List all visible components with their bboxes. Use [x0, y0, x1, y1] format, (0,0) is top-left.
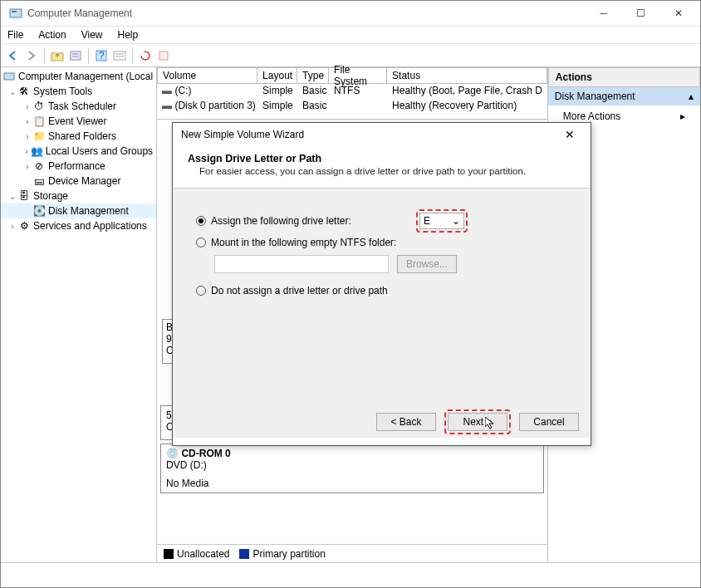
device-icon: 🖴 — [32, 174, 46, 188]
dialog-subheading: For easier access, you can assign a driv… — [188, 166, 576, 176]
menu-file[interactable]: File — [7, 29, 23, 41]
cursor-icon — [485, 417, 498, 430]
tree-storage[interactable]: ⌄🗄Storage — [1, 189, 156, 203]
tree-services-apps[interactable]: ›⚙Services and Applications — [1, 218, 156, 233]
users-icon: 👥 — [31, 145, 43, 158]
cdrom-row[interactable]: 💿 CD-ROM 0 DVD (D:) No Media — [160, 443, 544, 493]
col-type[interactable]: Type — [297, 67, 329, 84]
tree-disk-management[interactable]: 💽Disk Management — [1, 203, 156, 218]
dialog-body: Assign the following drive letter: E ⌄ M… — [173, 189, 591, 404]
back-icon[interactable] — [6, 48, 21, 63]
expand-icon[interactable]: › — [22, 102, 32, 111]
svg-rect-11 — [159, 51, 168, 60]
option-mount-folder[interactable]: Mount in the following empty NTFS folder… — [196, 232, 567, 253]
menubar: File Action View Help — [1, 26, 700, 44]
option-no-letter[interactable]: Do not assign a drive letter or drive pa… — [196, 280, 567, 301]
properties-icon[interactable] — [68, 48, 83, 63]
tree-performance[interactable]: ›⊘Performance — [1, 159, 156, 174]
wizard-dialog: New Simple Volume Wizard ✕ Assign Drive … — [172, 122, 591, 446]
svg-rect-0 — [10, 9, 22, 17]
collapse-icon[interactable]: ⌄ — [7, 87, 17, 96]
back-button[interactable]: < Back — [376, 413, 436, 431]
col-layout[interactable]: Layout — [257, 67, 297, 84]
volume-grid: Volume Layout Type File System Status ▬ … — [157, 67, 547, 120]
tree-root[interactable]: Computer Management (Local — [1, 69, 156, 84]
event-icon: 📋 — [32, 115, 46, 128]
clock-icon: ⏱ — [32, 100, 46, 113]
dialog-footer: < Back Next > Cancel — [173, 404, 591, 438]
collapse-icon[interactable]: ▴ — [689, 91, 694, 102]
actions-header: Actions — [548, 67, 700, 87]
expand-icon[interactable]: ▸ — [680, 110, 685, 122]
svg-rect-1 — [12, 11, 17, 12]
statusbar — [1, 562, 700, 581]
forward-icon[interactable] — [24, 48, 39, 63]
tree-shared-folders[interactable]: ›📁Shared Folders — [1, 129, 156, 144]
collapse-icon[interactable]: ⌄ — [7, 192, 17, 201]
storage-icon: 🗄 — [17, 189, 31, 203]
dialog-header: Assign Drive Letter or Path For easier a… — [173, 146, 591, 189]
col-fs[interactable]: File System — [329, 67, 387, 84]
titlebar: Computer Management ─ ☐ ✕ — [1, 1, 700, 26]
chevron-down-icon: ⌄ — [452, 215, 460, 227]
services-icon: ⚙ — [17, 219, 31, 233]
dialog-title: New Simple Volume Wizard — [181, 129, 557, 140]
svg-rect-12 — [4, 73, 14, 80]
actions-disk-management[interactable]: Disk Management ▴ — [548, 87, 700, 105]
tree-local-users[interactable]: ›👥Local Users and Groups — [1, 144, 156, 159]
svg-rect-3 — [71, 51, 81, 60]
legend-primary-swatch — [239, 549, 249, 559]
grid-header: Volume Layout Type File System Status — [157, 67, 547, 84]
settings-icon[interactable] — [156, 48, 171, 63]
dialog-close-button[interactable]: ✕ — [557, 128, 582, 141]
legend-unallocated-swatch — [164, 549, 174, 559]
menu-help[interactable]: Help — [118, 29, 139, 41]
nav-tree[interactable]: Computer Management (Local ⌄🛠System Tool… — [1, 67, 157, 562]
tools-icon: 🛠 — [17, 85, 31, 98]
cdrom-header: 💿 CD-ROM 0 DVD (D:) No Media — [161, 444, 261, 492]
folder-icon: 📁 — [32, 130, 46, 143]
option-assign-letter[interactable]: Assign the following drive letter: E ⌄ — [196, 210, 567, 232]
tree-task-scheduler[interactable]: ›⏱Task Scheduler — [1, 99, 156, 114]
tree-event-viewer[interactable]: ›📋Event Viewer — [1, 114, 156, 129]
minimize-button[interactable]: ─ — [585, 2, 622, 25]
disk-icon: 💽 — [32, 204, 46, 218]
dialog-titlebar: New Simple Volume Wizard ✕ — [173, 123, 591, 146]
expand-icon[interactable]: › — [22, 162, 32, 171]
menu-action[interactable]: Action — [38, 29, 66, 41]
list-icon[interactable] — [112, 48, 127, 63]
help-icon[interactable]: ? — [94, 48, 109, 63]
dialog-heading: Assign Drive Letter or Path — [188, 153, 576, 164]
perf-icon: ⊘ — [32, 159, 46, 173]
browse-button[interactable]: Browse... — [397, 255, 457, 273]
drive-letter-select[interactable]: E ⌄ — [419, 213, 464, 229]
tree-device-manager[interactable]: 🖴Device Manager — [1, 174, 156, 189]
tree-system-tools[interactable]: ⌄🛠System Tools — [1, 84, 156, 99]
expand-icon[interactable]: › — [7, 222, 17, 231]
folder-up-icon[interactable] — [50, 48, 65, 63]
close-button[interactable]: ✕ — [659, 2, 697, 25]
expand-icon[interactable]: › — [22, 117, 32, 126]
svg-text:?: ? — [99, 50, 105, 61]
menu-view[interactable]: View — [81, 29, 103, 41]
col-volume[interactable]: Volume — [157, 67, 257, 84]
window-title: Computer Management — [27, 7, 585, 19]
cdrom-volume — [261, 444, 543, 492]
next-button[interactable]: Next > — [448, 413, 507, 431]
radio-icon[interactable] — [196, 238, 206, 247]
maximize-button[interactable]: ☐ — [622, 2, 659, 25]
expand-icon[interactable]: › — [22, 147, 31, 156]
mount-path-input[interactable] — [214, 255, 389, 273]
refresh-icon[interactable] — [138, 48, 153, 63]
cancel-button[interactable]: Cancel — [519, 413, 579, 431]
computer-icon — [2, 70, 16, 83]
svg-rect-8 — [114, 51, 125, 60]
grid-row[interactable]: ▬ (Disk 0 partition 3) Simple Basic Heal… — [157, 99, 547, 114]
col-status[interactable]: Status — [387, 67, 547, 84]
expand-icon[interactable]: › — [22, 132, 32, 141]
legend: Unallocated Primary partition — [157, 544, 547, 562]
radio-icon[interactable] — [196, 286, 206, 296]
app-icon — [9, 7, 22, 20]
radio-icon[interactable] — [196, 216, 206, 226]
grid-row[interactable]: ▬ (C:) Simple Basic NTFS Healthy (Boot, … — [157, 84, 547, 99]
